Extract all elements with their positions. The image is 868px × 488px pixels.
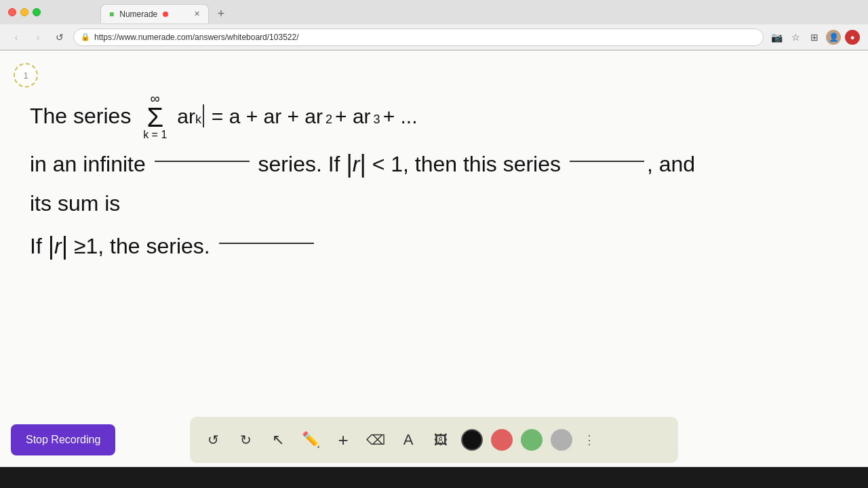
content-area: 1 The series ∞ Σ k = 1 ark = a + ar + ar… [0,51,868,467]
line2-series: series. If [258,146,340,182]
back-button[interactable]: ‹ [8,29,24,45]
line4: If |r| ≥1, the series. [30,228,838,264]
traffic-lights [8,8,41,16]
tab-close-button[interactable]: ✕ [194,9,200,18]
equals-sign: = a + ar + ar [212,99,323,134]
nav-right-icons: 📷 ☆ ⊞ 👤 ● [769,30,860,45]
minimize-window-button[interactable] [20,8,28,16]
blank3 [219,243,314,244]
eraser-button[interactable]: ⌫ [363,428,388,452]
page-number: 1 [23,70,28,81]
tab-title: Numerade [119,9,157,19]
abs-open2: | [48,234,54,258]
then-text: then this series [415,146,561,182]
more-tools-button[interactable]: ⋮ [583,432,595,447]
profile-icon[interactable]: 👤 [826,30,841,45]
comma-and: , and [647,146,695,182]
blank2 [570,161,644,162]
a-char: a [177,99,189,134]
line3: its sum is [30,185,838,222]
sigma-subscript: k = 1 [143,129,167,140]
extension-icon[interactable]: ● [845,30,860,45]
ark-term: ark [177,99,201,134]
toolbar: ↺ ↻ ↖ ✏️ + ⌫ A 🖼 [190,417,678,463]
url-text: https://www.numerade.com/answers/whitebo… [94,33,299,42]
line2: in an infinite series. If |r| < 1, then … [30,146,838,182]
the-series-text: the series. [110,228,210,264]
r-char: r [189,99,195,134]
new-tab-button[interactable]: + [212,4,231,23]
blank1 [155,161,250,162]
maximize-window-button[interactable] [33,8,41,16]
gte-sign: ≥1, [74,228,104,264]
sigma-notation: ∞ Σ k = 1 [143,92,167,140]
plus-icon: + [338,430,348,451]
line1-prefix: The series [30,98,131,134]
r-var2: r [54,228,62,264]
plus-dots: + ... [383,99,418,134]
rhs-equation: = a + ar + ar2 + ar3 + ... [212,99,418,134]
eraser-icon: ⌫ [366,432,385,448]
redo-icon: ↻ [240,432,252,448]
tab-recording-indicator [163,12,168,17]
text-button[interactable]: A [396,428,420,452]
abs-close1: | [359,152,366,176]
bookmark-icon[interactable]: ☆ [788,30,803,45]
bottom-bar: Stop Recording ↺ ↻ ↖ ✏️ + ⌫ A [0,413,868,467]
r-var1: r [353,146,360,182]
tab-favicon-icon: ■ [109,9,114,19]
whiteboard-content: The series ∞ Σ k = 1 ark = a + ar + ar2 … [0,51,868,467]
abs-close2: | [62,234,68,258]
camera-icon[interactable]: 📷 [769,30,784,45]
active-tab[interactable]: ■ Numerade ✕ [100,4,209,23]
image-button[interactable]: 🖼 [429,428,453,452]
line3-text: its sum is [30,185,120,222]
color-gray[interactable] [551,429,572,451]
pencil-button[interactable]: ✏️ [298,428,323,452]
lt-one: < 1, [372,146,409,182]
color-green[interactable] [521,429,542,451]
abs-open1: | [346,152,352,176]
forward-button[interactable]: › [30,29,46,45]
title-bar: ■ Numerade ✕ + [0,0,868,24]
sigma-symbol: Σ [146,105,163,129]
address-bar[interactable]: 🔒 https://www.numerade.com/answers/white… [73,28,764,46]
undo-icon: ↺ [208,432,219,448]
stop-recording-button[interactable]: Stop Recording [11,424,115,455]
text-cursor [203,104,204,127]
line2-prefix: in an infinite [30,146,146,182]
tab-bar: ■ Numerade ✕ + [46,1,285,23]
text-icon: A [403,431,414,449]
color-pink[interactable] [491,429,513,451]
refresh-button[interactable]: ↺ [52,29,68,45]
select-button[interactable]: ↖ [266,428,290,452]
plus-ar3: + ar [335,99,371,134]
line1: The series ∞ Σ k = 1 ark = a + ar + ar2 … [30,92,838,140]
redo-button[interactable]: ↻ [233,428,258,452]
lock-icon: 🔒 [81,33,90,41]
image-icon: 🖼 [434,432,448,448]
page-number-circle: 1 [14,63,38,87]
undo-button[interactable]: ↺ [201,428,225,452]
pencil-icon: ✏️ [302,431,320,449]
grid-icon[interactable]: ⊞ [807,30,822,45]
select-icon: ↖ [272,431,284,449]
nav-bar: ‹ › ↺ 🔒 https://www.numerade.com/answers… [0,24,868,50]
line4-if: If [30,228,42,264]
browser-chrome: ■ Numerade ✕ + ‹ › ↺ 🔒 https://www.numer… [0,0,868,51]
add-button[interactable]: + [331,428,355,452]
color-black[interactable] [461,429,483,451]
close-window-button[interactable] [8,8,16,16]
